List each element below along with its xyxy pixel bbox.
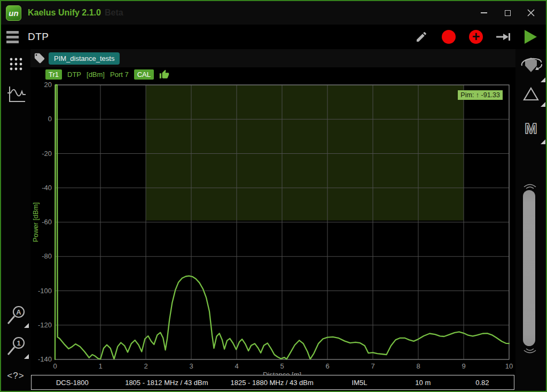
app-title: Kaelus Unify 2.1.0 <box>28 8 101 18</box>
cal-chip[interactable]: CAL <box>134 69 154 80</box>
memory-trace-button[interactable]: M <box>515 120 546 137</box>
svg-text:9: 9 <box>462 362 465 370</box>
svg-text:8: 8 <box>416 362 420 370</box>
svg-text:-40: -40 <box>42 184 52 192</box>
minimize-icon <box>481 12 487 13</box>
svg-text:-140: -140 <box>38 355 52 363</box>
autoscale-button[interactable]: A <box>1 304 30 329</box>
add-button[interactable]: + <box>468 29 484 45</box>
flyout-corner-icon <box>541 139 545 144</box>
svg-text:Distance [m]: Distance [m] <box>263 371 301 375</box>
maximize-icon <box>505 10 511 16</box>
close-button[interactable] <box>519 4 543 22</box>
add-icon: + <box>469 30 483 44</box>
record-icon <box>442 30 456 44</box>
tag-icon <box>34 52 45 64</box>
play-icon <box>525 30 537 44</box>
grid-dots-button[interactable] <box>1 57 30 72</box>
status-im-order: IM5L <box>324 379 395 387</box>
maximize-button[interactable] <box>496 4 519 22</box>
chart-canvas: 012345678910200-20-40-60-80-100-120-140D… <box>30 81 515 375</box>
help-button[interactable]: <?> <box>1 371 30 381</box>
title-bar: un Kaelus Unify 2.1.0 Beta <box>1 1 546 25</box>
menu-button[interactable] <box>4 27 24 46</box>
edit-pencil-icon <box>415 30 428 43</box>
svg-text:6: 6 <box>325 362 329 370</box>
trace-port-label: Port 7 <box>110 70 129 79</box>
svg-text:-80: -80 <box>42 252 52 260</box>
svg-text:A: A <box>16 308 21 316</box>
svg-text:4: 4 <box>235 362 238 370</box>
flyout-corner-icon <box>24 354 29 359</box>
memory-m-icon: M <box>522 120 540 137</box>
trace-bar: Tr1 DTP [dBm] Port 7 CAL <box>30 67 515 81</box>
flyout-corner-icon <box>541 77 545 82</box>
svg-text:0: 0 <box>48 115 52 123</box>
svg-text:1: 1 <box>17 339 20 347</box>
sweep-shield-icon <box>519 54 543 78</box>
page-title: DTP <box>28 31 49 43</box>
help-icon: <?> <box>7 371 24 381</box>
waveform-view-button[interactable] <box>1 83 30 105</box>
svg-text:-120: -120 <box>38 321 52 329</box>
svg-text:-60: -60 <box>42 218 52 226</box>
right-sidebar: M <box>515 49 546 391</box>
skip-to-end-icon <box>495 32 511 42</box>
svg-text:10: 10 <box>505 362 513 370</box>
flyout-corner-icon <box>24 323 29 328</box>
trace-mode-label: DTP <box>67 70 81 79</box>
svg-text:7: 7 <box>371 362 374 370</box>
menu-icon <box>6 31 19 34</box>
skip-to-end-button[interactable] <box>495 29 511 45</box>
svg-text:2: 2 <box>144 362 147 370</box>
grid-dots-icon <box>9 57 24 72</box>
dtp-chart[interactable]: 012345678910200-20-40-60-80-100-120-140D… <box>30 81 515 375</box>
status-band: DCS-1800 <box>32 379 113 387</box>
svg-text:1: 1 <box>98 362 102 370</box>
svg-text:Power [dBm]: Power [dBm] <box>32 202 40 242</box>
sweep-shield-button[interactable] <box>515 54 546 78</box>
window-controls <box>472 1 543 25</box>
record-button[interactable] <box>441 29 457 45</box>
slider-top-chevrons-icon <box>522 183 537 189</box>
svg-text:3: 3 <box>189 362 193 370</box>
main-panel: PIM_distance_tests Tr1 DTP [dBm] Port 7 … <box>30 49 515 391</box>
tag-bar: PIM_distance_tests <box>30 49 515 67</box>
status-bar: DCS-1800 1805 - 1812 MHz / 43 dBm 1825 -… <box>31 375 514 390</box>
content-area: A 1 <?> PIM_distanc <box>1 49 546 391</box>
status-tx2: 1825 - 1880 MHz / 43 dBm <box>220 379 324 387</box>
flyout-corner-icon <box>541 102 545 107</box>
trace-unit-label: [dBm] <box>87 70 105 79</box>
svg-text:20: 20 <box>44 81 52 89</box>
left-sidebar: A 1 <?> <box>1 49 30 391</box>
zoom-one-button[interactable]: 1 <box>1 335 30 360</box>
status-tx1: 1805 - 1812 MHz / 43 dBm <box>113 379 220 387</box>
svg-text:-20: -20 <box>42 150 52 158</box>
status-velocity-factor: 0.82 <box>451 379 514 387</box>
svg-text:M: M <box>525 120 537 137</box>
waveform-chart-icon <box>5 83 27 105</box>
minimize-button[interactable] <box>472 4 496 22</box>
slider-bottom-chevrons-icon <box>522 348 537 355</box>
close-icon <box>527 9 535 17</box>
app-title-suffix: Beta <box>105 8 123 18</box>
zoom-slider-handle[interactable] <box>523 190 535 346</box>
app-logo-icon: un <box>6 5 21 21</box>
svg-text:-100: -100 <box>38 287 52 295</box>
delta-triangle-icon <box>522 87 540 101</box>
svg-text:0: 0 <box>53 362 57 370</box>
edit-button[interactable] <box>413 29 429 45</box>
tag-chip[interactable]: PIM_distance_tests <box>49 52 120 65</box>
app-window: un Kaelus Unify 2.1.0 Beta DTP <box>0 0 547 392</box>
svg-text:5: 5 <box>280 362 284 370</box>
thumbs-up-icon <box>159 69 169 80</box>
toolbar-actions: + <box>413 29 538 45</box>
toolbar: DTP + <box>1 25 546 49</box>
trace-chip[interactable]: Tr1 <box>45 69 62 80</box>
delta-marker-button[interactable] <box>515 87 546 101</box>
pim-marker-label: Pim: ↑ -91.33 <box>458 90 503 100</box>
status-range: 10 m <box>395 379 451 387</box>
play-button[interactable] <box>522 29 538 45</box>
